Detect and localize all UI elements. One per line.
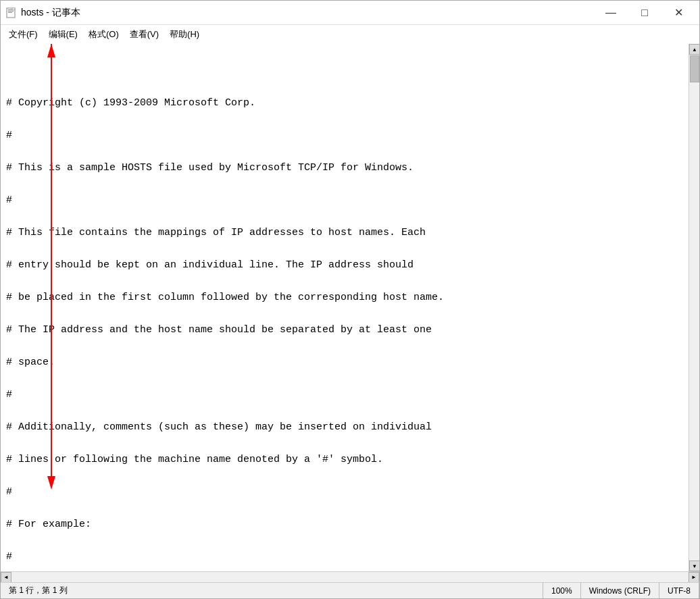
minimize-button[interactable]: — (595, 3, 626, 22)
scroll-thumb[interactable] (690, 55, 699, 82)
horizontal-scrollbar[interactable]: ◀ ▶ (1, 571, 699, 582)
content-line-1: # Copyright (c) 1993-2009 Microsoft Corp… (6, 95, 683, 111)
notepad-icon (6, 7, 17, 18)
content-line-12: # lines or following the machine name de… (6, 452, 683, 468)
status-line-ending: Windows (CRLF) (581, 583, 659, 598)
menu-bar: 文件(F) 编辑(E) 格式(O) 查看(V) 帮助(H) (1, 25, 699, 44)
content-line-9: # space. (6, 355, 683, 371)
title-controls: — □ ✕ (595, 3, 694, 22)
scroll-h-track[interactable] (11, 573, 689, 582)
content-line-2: # (6, 128, 683, 144)
title-bar-left: hosts - 记事本 (6, 7, 80, 19)
zoom-text: 100% (551, 586, 572, 596)
window-title: hosts - 记事本 (21, 7, 80, 19)
close-button[interactable]: ✕ (663, 3, 694, 22)
menu-edit[interactable]: 编辑(E) (43, 27, 83, 42)
content-line-13: # (6, 484, 683, 500)
line-ending-text: Windows (CRLF) (589, 586, 651, 596)
text-content[interactable]: # Copyright (c) 1993-2009 Microsoft Corp… (1, 44, 689, 571)
content-line-4: # (6, 192, 683, 209)
content-line-3: # This is a sample HOSTS file used by Mi… (6, 160, 683, 176)
content-line-10: # (6, 387, 683, 403)
content-line-15: # (6, 549, 683, 565)
editor-area: # Copyright (c) 1993-2009 Microsoft Corp… (1, 44, 699, 571)
status-position: 第 1 行，第 1 列 (1, 583, 543, 598)
title-bar: hosts - 记事本 — □ ✕ (1, 1, 699, 25)
content-line-5: # This file contains the mappings of IP … (6, 225, 683, 241)
status-encoding: UTF-8 (659, 583, 699, 598)
menu-view[interactable]: 查看(V) (124, 27, 164, 42)
scroll-down-button[interactable]: ▼ (689, 561, 699, 571)
content-line-8: # The IP address and the host name shoul… (6, 322, 683, 338)
encoding-text: UTF-8 (668, 586, 691, 596)
menu-help[interactable]: 帮助(H) (164, 27, 205, 42)
position-text: 第 1 行，第 1 列 (9, 585, 68, 596)
scroll-right-button[interactable]: ▶ (689, 572, 699, 583)
scroll-up-button[interactable]: ▲ (689, 44, 699, 55)
content-line-11: # Additionally, comments (such as these)… (6, 419, 683, 436)
notepad-window: hosts - 记事本 — □ ✕ 文件(F) 编辑(E) 格式(O) 查看(V… (0, 0, 700, 599)
menu-file[interactable]: 文件(F) (3, 27, 43, 42)
svg-rect-2 (8, 11, 14, 11)
svg-marker-8 (47, 44, 55, 57)
content-line-6: # entry should be kept on an individual … (6, 257, 683, 274)
scroll-track[interactable] (689, 55, 699, 561)
bottom-area: ◀ ▶ 第 1 行，第 1 列 100% Windows (CRLF) UTF-… (1, 571, 699, 598)
scroll-left-button[interactable]: ◀ (1, 572, 11, 583)
status-zoom: 100% (543, 583, 581, 598)
svg-rect-3 (8, 12, 12, 13)
menu-format[interactable]: 格式(O) (83, 27, 124, 42)
content-line-7: # be placed in the first column followed… (6, 290, 683, 306)
maximize-button[interactable]: □ (629, 3, 660, 22)
svg-rect-4 (12, 7, 15, 10)
status-bar: 第 1 行，第 1 列 100% Windows (CRLF) UTF-8 (1, 582, 699, 598)
vertical-scrollbar[interactable]: ▲ ▼ (689, 44, 699, 571)
content-line-14: # For example: (6, 517, 683, 533)
